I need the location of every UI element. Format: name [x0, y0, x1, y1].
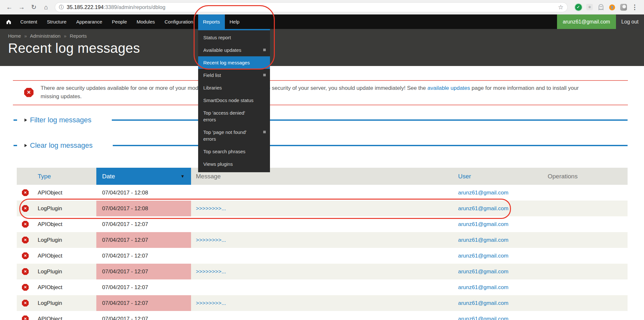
- toolbar-item-structure[interactable]: Structure: [42, 14, 72, 29]
- user-link[interactable]: arunz61@gmail.com: [458, 284, 508, 291]
- toolbar-item-appearance[interactable]: Appearance: [71, 14, 107, 29]
- url-host: 35.185.222.194: [67, 4, 104, 10]
- toolbar-item-content[interactable]: Content: [15, 14, 42, 29]
- log-messages-table: Type Date ▼ Message User Operations ✕ AP…: [17, 168, 628, 320]
- available-updates-link[interactable]: available updates: [428, 85, 470, 91]
- error-octagon-icon: ✕: [22, 284, 29, 291]
- vpn-keyhole-extension-icon[interactable]: [609, 4, 616, 11]
- url-text: 35.185.222.194:3389/admin/reports/dblog: [67, 4, 555, 10]
- breadcrumb: Home » Administration » Reports: [8, 33, 644, 39]
- table-row: ✕ LogPlugin 07/04/2017 - 12:07 >>>>>>>>.…: [17, 232, 628, 248]
- breadcrumb-separator: »: [24, 33, 27, 39]
- fieldset-divider-line: [113, 145, 628, 146]
- error-octagon-icon: ✕: [22, 189, 29, 196]
- page-title: Recent log messages: [8, 41, 644, 56]
- logout-button[interactable]: Log out: [616, 14, 644, 29]
- user-link[interactable]: arunz61@gmail.com: [458, 237, 508, 243]
- shortcut-square-icon: [263, 49, 266, 51]
- highlighted-date-cell: 07/04/2017 - 12:08: [96, 201, 191, 216]
- main-content: ✕ There are security updates available f…: [0, 80, 644, 320]
- address-bar[interactable]: ⓘ 35.185.222.194:3389/admin/reports/dblo…: [55, 2, 568, 12]
- disabled-extension-icon[interactable]: ✱: [586, 4, 593, 11]
- message-link[interactable]: >>>>>>>>...: [196, 237, 226, 243]
- message-link[interactable]: >>>>>>>>...: [196, 300, 226, 306]
- table-row: ✕ LogPlugin 07/04/2017 - 12:07 >>>>>>>>.…: [17, 295, 628, 311]
- menu-item-top-page-not-found[interactable]: Top 'page not found' errors: [198, 126, 270, 145]
- error-octagon-icon: ✕: [22, 221, 29, 228]
- column-header-date[interactable]: Date ▼: [96, 168, 191, 185]
- toolbar-item-reports[interactable]: Reports: [198, 14, 225, 29]
- column-header-user[interactable]: User: [458, 173, 471, 180]
- header-icon-column: [17, 168, 35, 185]
- toolbar-item-modules[interactable]: Modules: [132, 14, 160, 29]
- highlighted-date-cell: 07/04/2017 - 12:07: [96, 232, 191, 248]
- clear-log-messages-toggle[interactable]: Clear log messages: [30, 141, 92, 150]
- filter-log-messages-toggle[interactable]: Filter log messages: [30, 116, 91, 124]
- browser-menu-icon[interactable]: ⋮: [631, 4, 638, 11]
- sort-desc-icon: ▼: [180, 174, 185, 179]
- menu-item-views-plugins[interactable]: Views plugins: [198, 158, 270, 170]
- green-check-extension-icon[interactable]: ✓: [575, 4, 582, 11]
- breadcrumb-administration-link[interactable]: Administration: [30, 33, 61, 39]
- menu-item-available-updates[interactable]: Available updates: [198, 44, 270, 56]
- error-octagon-icon: ✕: [22, 315, 29, 320]
- browser-home-icon[interactable]: ⌂: [41, 2, 52, 13]
- clear-log-messages-fieldset: Clear log messages: [14, 141, 628, 150]
- page-info-icon[interactable]: ⓘ: [59, 4, 64, 10]
- column-header-message: Message: [196, 173, 221, 180]
- toolbar-item-configuration[interactable]: Configuration: [160, 14, 198, 29]
- error-octagon-icon: ✕: [22, 205, 29, 212]
- url-path: :3389/admin/reports/dblog: [104, 4, 166, 10]
- toolbar-account-area: arunz61@gmail.com Log out: [557, 14, 644, 29]
- browser-toolbar: ← → ↻ ⌂ ⓘ 35.185.222.194:3389/admin/repo…: [0, 0, 644, 14]
- highlighted-date-cell: 07/04/2017 - 12:07: [96, 295, 191, 311]
- collapse-dash-icon: [14, 145, 17, 146]
- table-row: ✕ APIObject 07/04/2017 - 12:07 arunz61@g…: [17, 248, 628, 264]
- user-account-badge[interactable]: arunz61@gmail.com: [557, 14, 616, 29]
- table-row-annotated: ✕ LogPlugin 07/04/2017 - 12:08 >>>>>>>>.…: [17, 201, 628, 216]
- back-icon[interactable]: ←: [4, 2, 15, 13]
- table-header-row: Type Date ▼ Message User Operations: [17, 168, 628, 185]
- breadcrumb-home-link[interactable]: Home: [8, 33, 21, 39]
- table-row: ✕ APIObject 07/04/2017 - 12:08 arunz61@g…: [17, 185, 628, 201]
- forward-icon[interactable]: →: [16, 2, 27, 13]
- breadcrumb-reports-link[interactable]: Reports: [70, 33, 87, 39]
- refresh-icon[interactable]: ↻: [28, 2, 39, 13]
- error-octagon-icon: ✕: [22, 268, 29, 275]
- user-link[interactable]: arunz61@gmail.com: [458, 205, 508, 212]
- warning-text: There are security updates available for…: [41, 84, 628, 101]
- shortcut-square-icon: [263, 74, 266, 76]
- gray-square-extension-icon[interactable]: [620, 4, 627, 11]
- admin-home-icon[interactable]: [2, 14, 15, 29]
- menu-item-status-report[interactable]: Status report: [198, 31, 270, 44]
- menu-item-smartdocs-node-status[interactable]: SmartDocs node status: [198, 94, 270, 107]
- table-row: ✕ LogPlugin 07/04/2017 - 12:07 >>>>>>>>.…: [17, 264, 628, 279]
- menu-item-libraries[interactable]: Libraries: [198, 81, 270, 94]
- table-row: ✕ APIObject 07/04/2017 - 12:07 arunz61@g…: [17, 311, 628, 320]
- column-header-type[interactable]: Type: [38, 173, 51, 180]
- filter-log-messages-fieldset: Filter log messages: [14, 115, 628, 125]
- bookmark-star-icon[interactable]: ☆: [558, 4, 563, 11]
- menu-item-top-access-denied[interactable]: Top 'access denied' errors: [198, 107, 270, 126]
- user-link[interactable]: arunz61@gmail.com: [458, 316, 508, 320]
- user-link[interactable]: arunz61@gmail.com: [458, 268, 508, 275]
- user-link[interactable]: arunz61@gmail.com: [458, 300, 508, 306]
- reports-menu-container: Reports Status report Available updates …: [198, 14, 225, 29]
- user-link[interactable]: arunz61@gmail.com: [458, 221, 508, 228]
- toolbar-item-help[interactable]: Help: [225, 14, 245, 29]
- toolbar-item-people[interactable]: People: [107, 14, 132, 29]
- user-link[interactable]: arunz61@gmail.com: [458, 190, 508, 196]
- menu-item-field-list[interactable]: Field list: [198, 69, 270, 81]
- ghost-extension-icon[interactable]: [597, 4, 604, 11]
- table-row: ✕ APIObject 07/04/2017 - 12:07 arunz61@g…: [17, 216, 628, 232]
- message-link[interactable]: >>>>>>>>...: [196, 268, 226, 275]
- security-warning-message: ✕ There are security updates available f…: [13, 80, 628, 105]
- menu-item-top-search-phrases[interactable]: Top search phrases: [198, 145, 270, 158]
- admin-toolbar: Content Structure Appearance People Modu…: [0, 14, 644, 29]
- message-link[interactable]: >>>>>>>>...: [196, 205, 226, 212]
- user-link[interactable]: arunz61@gmail.com: [458, 253, 508, 259]
- error-octagon-icon: ✕: [22, 252, 29, 259]
- menu-item-recent-log-messages[interactable]: Recent log messages: [198, 56, 270, 69]
- page-header: Home » Administration » Reports Recent l…: [0, 29, 644, 66]
- table-row: ✕ APIObject 07/04/2017 - 12:07 arunz61@g…: [17, 279, 628, 295]
